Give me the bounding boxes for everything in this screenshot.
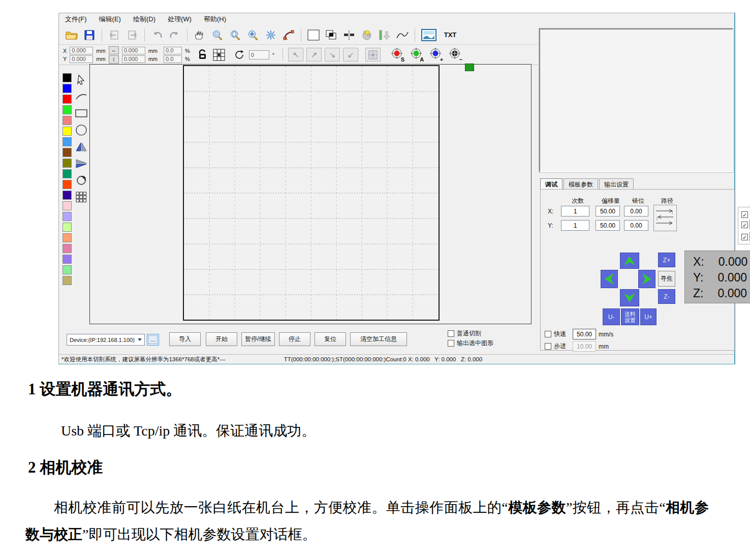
height-field[interactable] (122, 55, 145, 63)
color-swatch[interactable] (63, 95, 72, 104)
text-tool-button[interactable]: TXT (441, 28, 460, 42)
reset-button[interactable]: 复位 (315, 332, 346, 346)
zoom-page-button[interactable] (228, 28, 243, 42)
move-bottom-right-button[interactable]: ↘ (325, 48, 340, 61)
anchor-origin-button[interactable]: A (408, 48, 424, 62)
move-bottom-left-button[interactable]: ↙ (343, 48, 358, 61)
focus-button[interactable]: 寻焦 (658, 271, 675, 287)
import-image-button[interactable] (420, 28, 438, 42)
output-selected-checkbox[interactable] (448, 340, 454, 347)
color-swatch[interactable] (63, 276, 72, 285)
color-swatch[interactable] (63, 265, 72, 274)
color-swatch[interactable] (63, 137, 72, 146)
color-swatch[interactable] (63, 201, 72, 210)
drawing-canvas[interactable] (89, 64, 532, 324)
jog-down-button[interactable] (620, 289, 639, 306)
menu-edit[interactable]: 编辑(E) (99, 15, 121, 24)
color-swatch[interactable] (63, 255, 72, 264)
color-swatch[interactable] (63, 73, 72, 82)
ellipse-tool-button[interactable] (75, 123, 88, 137)
feed-settings-button[interactable]: 送料设置 (621, 308, 639, 325)
redo-button[interactable] (167, 28, 182, 42)
u-plus-button[interactable]: U+ (640, 308, 657, 325)
save-button[interactable] (82, 28, 97, 42)
stop-button[interactable]: 停止 (279, 332, 310, 346)
move-center-button[interactable] (365, 48, 381, 61)
curve-button[interactable] (395, 28, 410, 42)
zoom-in-out-button[interactable] (245, 28, 261, 42)
u-minus-button[interactable]: U- (603, 308, 620, 325)
start-button[interactable]: 开始 (206, 332, 237, 346)
show-path-button[interactable] (263, 28, 278, 42)
width-field[interactable] (122, 47, 145, 54)
path-mode-button[interactable] (653, 205, 677, 231)
simulate-frame-button[interactable] (306, 28, 321, 42)
z-plus-button[interactable]: Z+ (658, 253, 675, 267)
fast-speed-checkbox[interactable] (545, 331, 551, 337)
x-count-field[interactable] (561, 206, 589, 216)
line-tool-button[interactable] (75, 90, 88, 103)
clear-job-info-button[interactable]: 清空加工信息 (350, 332, 407, 346)
align-button[interactable] (341, 28, 357, 42)
mirror-horizontal-button[interactable] (75, 140, 88, 153)
y-stagger-field[interactable] (624, 220, 648, 231)
color-swatch[interactable] (63, 191, 72, 200)
pan-button[interactable] (192, 28, 207, 42)
color-swatch[interactable] (63, 105, 72, 114)
x-offset-field[interactable] (596, 206, 620, 216)
export-button[interactable] (124, 28, 140, 42)
rotate-shape-button[interactable] (75, 174, 88, 187)
y-offset-field[interactable] (596, 220, 620, 231)
tab-template-params[interactable]: 模板参数 (564, 178, 598, 189)
color-swatch[interactable] (63, 84, 72, 93)
step-checkbox[interactable] (545, 343, 551, 350)
x-stagger-field[interactable] (624, 206, 648, 216)
device-browse-button[interactable]: ... (147, 334, 159, 346)
pause-continue-button[interactable]: 暂停/继续 (241, 332, 275, 346)
machine-work-area[interactable] (183, 65, 440, 321)
color-swatch[interactable] (63, 169, 72, 178)
rectangle-tool-button[interactable] (75, 107, 88, 120)
color-swatch[interactable] (63, 148, 72, 157)
add-origin-button[interactable]: + (427, 48, 444, 62)
mirror-vertical-button[interactable] (75, 157, 88, 170)
scale-x-field[interactable] (164, 47, 182, 54)
move-top-right-button[interactable]: ↗ (306, 48, 322, 61)
lock-ratio-button[interactable] (196, 48, 209, 61)
mark-start-checkbox[interactable]: ✓ (741, 222, 748, 228)
color-swatch[interactable] (63, 180, 72, 189)
valid-area-checkbox[interactable]: ✓ (741, 211, 748, 218)
normal-cut-checkbox[interactable] (448, 330, 454, 337)
group-button[interactable] (324, 28, 339, 42)
menu-process[interactable]: 处理(W) (168, 15, 192, 24)
back-mark-checkbox[interactable]: ✓ (741, 234, 748, 240)
color-swatch[interactable] (63, 127, 72, 136)
zoom-select-button[interactable] (210, 28, 225, 42)
scale-y-field[interactable] (164, 55, 182, 63)
anchor-point-button[interactable] (212, 48, 226, 61)
pos-y-field[interactable] (70, 55, 93, 63)
z-minus-button[interactable]: Z- (658, 289, 675, 304)
menu-file[interactable]: 文件(F) (65, 15, 87, 24)
y-count-field[interactable] (561, 220, 589, 231)
import-job-button[interactable]: 导入 (169, 332, 201, 346)
step-field[interactable] (573, 341, 596, 352)
fast-speed-field[interactable] (573, 329, 596, 339)
color-swatch[interactable] (63, 159, 72, 168)
open-button[interactable] (64, 28, 79, 42)
color-swatch[interactable] (63, 223, 72, 232)
menu-help[interactable]: 帮助(H) (204, 15, 226, 24)
color-swatch[interactable] (63, 212, 72, 221)
width-resize-button[interactable]: ↔ (109, 46, 119, 54)
move-top-left-button[interactable]: ↖ (288, 48, 303, 61)
jog-up-button[interactable] (620, 253, 639, 269)
menu-draw[interactable]: 绘制(D) (133, 15, 155, 24)
select-tool-button[interactable] (75, 73, 88, 86)
pos-x-field[interactable] (70, 47, 93, 54)
remove-origin-button[interactable]: − (447, 48, 463, 62)
jog-right-button[interactable] (638, 270, 655, 288)
tab-output-settings[interactable]: 输出设置 (599, 178, 634, 189)
color-swatch[interactable] (63, 233, 72, 242)
tab-debug[interactable]: 调试 (540, 178, 562, 189)
origin-marker[interactable] (465, 64, 474, 71)
